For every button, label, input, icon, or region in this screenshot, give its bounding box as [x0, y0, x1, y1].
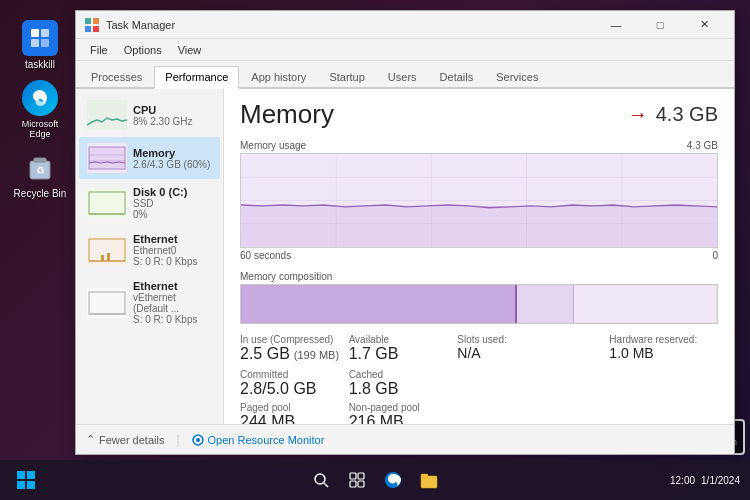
- tab-services[interactable]: Services: [485, 66, 549, 87]
- sidebar-ethernet1-sub2: S: 0 R: 0 Kbps: [133, 256, 212, 267]
- edge-taskbar-button[interactable]: [377, 464, 409, 496]
- desktop-icon-recycle-label: Recycle Bin: [14, 188, 67, 199]
- sidebar-item-ethernet1[interactable]: Ethernet Ethernet0 S: 0 R: 0 Kbps: [79, 227, 220, 273]
- window-icon: [84, 17, 100, 33]
- tab-performance[interactable]: Performance: [154, 66, 239, 89]
- chevron-up-icon: ⌃: [86, 433, 95, 446]
- stat-nonpaged: Non-paged pool 216 MB: [349, 402, 458, 424]
- window-title: Task Manager: [106, 19, 594, 31]
- stat-slots-value: N/A: [457, 345, 609, 361]
- sidebar-disk-info: Disk 0 (C:) SSD 0%: [133, 186, 212, 220]
- svg-point-36: [196, 438, 200, 442]
- open-monitor-link[interactable]: Open Resource Monitor: [192, 434, 325, 446]
- fewer-details-btn[interactable]: ⌃ Fewer details: [86, 433, 164, 446]
- sidebar-disk-title: Disk 0 (C:): [133, 186, 212, 198]
- svg-rect-1: [41, 29, 49, 37]
- svg-rect-3: [41, 39, 49, 47]
- explorer-taskbar-button[interactable]: [413, 464, 445, 496]
- stat-paged: Paged pool 244 MB: [240, 402, 349, 424]
- title-bar: Task Manager — □ ✕: [76, 11, 734, 39]
- tab-processes[interactable]: Processes: [80, 66, 153, 87]
- stat-empty1: [457, 363, 609, 398]
- svg-point-43: [315, 474, 325, 484]
- time-label: 60 seconds 0: [240, 250, 718, 261]
- sidebar-cpu-title: CPU: [133, 104, 212, 116]
- bottom-bar: ⌃ Fewer details | Open Resource Monitor: [76, 424, 734, 454]
- stat-slots-label: Slots used:: [457, 334, 609, 345]
- task-manager-window: Task Manager — □ ✕ File Options View Pro…: [75, 10, 735, 455]
- taskbar-time: 12:00: [670, 475, 695, 486]
- sidebar-memory-sub: 2.6/4.3 GB (60%): [133, 159, 212, 170]
- time-label-text: 60 seconds: [240, 250, 291, 261]
- usage-chart-svg: [241, 154, 717, 247]
- taskbar-right: 12:00 1/1/2024: [670, 475, 740, 486]
- fewer-details-label: Fewer details: [99, 434, 164, 446]
- panel-total: → 4.3 GB: [628, 103, 718, 126]
- svg-rect-14: [89, 147, 125, 169]
- taskview-icon: [349, 472, 365, 488]
- composition-chart-section: Memory composition: [240, 271, 718, 324]
- stat-inuse-label: In use (Compressed): [240, 334, 349, 345]
- sidebar-item-ethernet2[interactable]: Ethernet vEthernet (Default ... S: 0 R: …: [79, 274, 220, 331]
- stat-available-label: Available: [349, 334, 458, 345]
- search-taskbar-button[interactable]: [305, 464, 337, 496]
- svg-rect-41: [17, 481, 25, 489]
- stat-hwreserved-value: 1.0 MB: [609, 345, 718, 361]
- sidebar-item-cpu[interactable]: CPU 8% 2.30 GHz: [79, 94, 220, 136]
- sidebar-ethernet2-sub1: vEthernet (Default ...: [133, 292, 212, 314]
- start-button[interactable]: [10, 464, 42, 496]
- svg-rect-48: [358, 481, 364, 487]
- desktop-icons: taskkill Microsoft Edge ♻ Recycle Bin: [10, 20, 70, 199]
- tab-details[interactable]: Details: [429, 66, 485, 87]
- desktop-icon-label: taskkill: [25, 59, 55, 70]
- stat-paged-value: 244 MB: [240, 413, 349, 424]
- composition-label-text: Memory composition: [240, 271, 332, 282]
- taskview-button[interactable]: [341, 464, 373, 496]
- sidebar-item-memory[interactable]: Memory 2.6/4.3 GB (60%): [79, 137, 220, 179]
- desktop-icon-edge[interactable]: Microsoft Edge: [10, 80, 70, 139]
- stat-hwreserved-label: Hardware reserved:: [609, 334, 718, 345]
- svg-rect-46: [358, 473, 364, 479]
- tab-users[interactable]: Users: [377, 66, 428, 87]
- stat-committed-label: Committed: [240, 369, 349, 380]
- cpu-mini-chart: [87, 100, 127, 130]
- memory-usage-chart: [240, 153, 718, 248]
- memory-mini-chart: [87, 143, 127, 173]
- usage-chart-section: Memory usage 4.3 GB: [240, 140, 718, 261]
- desktop-icon-taskkill[interactable]: taskkill: [10, 20, 70, 70]
- svg-rect-39: [17, 471, 25, 479]
- sidebar-item-disk[interactable]: Disk 0 (C:) SSD 0%: [79, 180, 220, 226]
- taskbar-date: 1/1/2024: [701, 475, 740, 486]
- menu-file[interactable]: File: [82, 42, 116, 58]
- stat-committed: Committed 2.8/5.0 GB: [240, 369, 349, 398]
- menu-bar: File Options View: [76, 39, 734, 61]
- svg-rect-23: [107, 253, 110, 261]
- menu-options[interactable]: Options: [116, 42, 170, 58]
- tab-startup[interactable]: Startup: [318, 66, 375, 87]
- svg-rect-22: [101, 255, 104, 261]
- desktop-icon-recycle[interactable]: ♻ Recycle Bin: [10, 149, 70, 199]
- desktop-icon-edge-label: Microsoft Edge: [10, 119, 70, 139]
- panel-title: Memory: [240, 99, 628, 130]
- taskbar: 12:00 1/1/2024: [0, 460, 750, 500]
- sidebar-ethernet1-sub1: Ethernet0: [133, 245, 212, 256]
- arrow-icon: →: [628, 103, 648, 126]
- monitor-icon: [192, 434, 204, 446]
- panel-total-value: 4.3 GB: [656, 103, 718, 126]
- close-button[interactable]: ✕: [682, 11, 726, 39]
- maximize-button[interactable]: □: [638, 11, 682, 39]
- sidebar-cpu-info: CPU 8% 2.30 GHz: [133, 104, 212, 127]
- svg-rect-2: [31, 39, 39, 47]
- stat-nonpaged-label: Non-paged pool: [349, 402, 458, 413]
- svg-line-44: [324, 483, 328, 487]
- svg-rect-10: [93, 26, 99, 32]
- ethernet2-mini-chart: [87, 288, 127, 318]
- window-controls: — □ ✕: [594, 11, 726, 39]
- ethernet1-mini-chart: [87, 235, 127, 265]
- right-panel: Memory → 4.3 GB Memory usage 4.3 GB: [224, 89, 734, 424]
- minimize-button[interactable]: —: [594, 11, 638, 39]
- tab-apphistory[interactable]: App history: [240, 66, 317, 87]
- menu-view[interactable]: View: [170, 42, 210, 58]
- svg-rect-51: [421, 474, 428, 478]
- usage-chart-label: Memory usage 4.3 GB: [240, 140, 718, 151]
